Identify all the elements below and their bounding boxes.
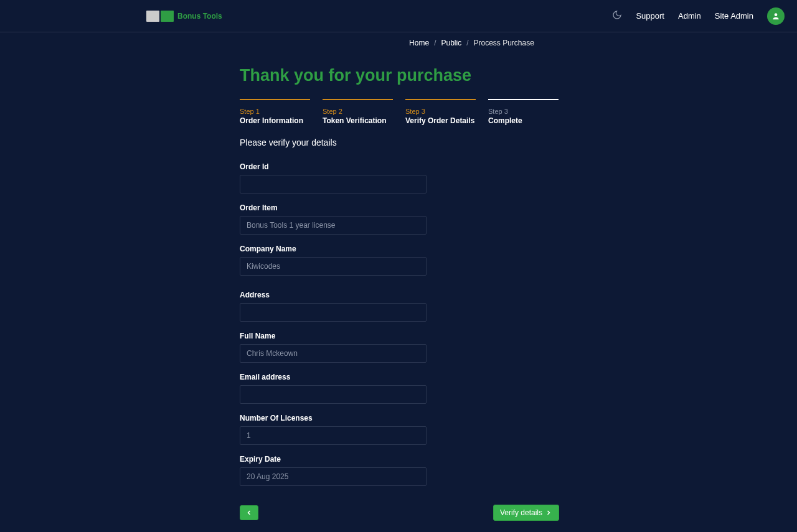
step-number: Step 3 xyxy=(405,108,476,115)
order-id-field[interactable] xyxy=(240,175,427,194)
order-form: Order Id Order Item Company Name Address… xyxy=(240,162,427,486)
full-name-label: Full Name xyxy=(240,332,427,340)
step-label: Token Verification xyxy=(323,116,393,125)
order-id-label: Order Id xyxy=(240,162,427,171)
address-label: Address xyxy=(240,291,427,299)
step-label: Order Information xyxy=(240,116,310,125)
back-button[interactable] xyxy=(240,505,258,520)
breadcrumb: Home / Public / Process Purchase xyxy=(263,32,534,54)
company-name-field[interactable] xyxy=(240,257,427,276)
verify-details-label: Verify details xyxy=(500,508,542,517)
licenses-field[interactable] xyxy=(240,426,427,445)
user-icon xyxy=(771,12,780,21)
email-label: Email address xyxy=(240,373,427,381)
expiry-label: Expiry Date xyxy=(240,455,427,464)
stepper: Step 1 Order Information Step 2 Token Ve… xyxy=(240,99,797,125)
brand-logo-icon xyxy=(146,11,174,22)
breadcrumb-separator: / xyxy=(434,39,436,47)
step-label: Verify Order Details xyxy=(405,116,476,125)
main-content: Thank you for your purchase Step 1 Order… xyxy=(0,54,797,532)
order-item-label: Order Item xyxy=(240,203,427,212)
expiry-field[interactable] xyxy=(240,467,427,486)
step-verify-order-details: Step 3 Verify Order Details xyxy=(405,99,476,125)
theme-toggle[interactable] xyxy=(612,10,622,22)
step-number: Step 2 xyxy=(323,108,393,115)
address-field[interactable] xyxy=(240,303,427,322)
order-item-field[interactable] xyxy=(240,216,427,235)
chevron-right-icon xyxy=(545,509,552,516)
instruction-text: Please verify your details xyxy=(240,138,797,147)
breadcrumb-separator: / xyxy=(466,39,468,47)
step-token-verification: Step 2 Token Verification xyxy=(323,99,393,125)
svg-point-0 xyxy=(775,13,778,16)
breadcrumb-current: Process Purchase xyxy=(474,39,534,47)
chevron-left-icon xyxy=(245,509,253,516)
step-complete: Step 3 Complete xyxy=(488,99,559,125)
step-label: Complete xyxy=(488,116,559,125)
step-order-information: Step 1 Order Information xyxy=(240,99,310,125)
breadcrumb-public[interactable]: Public xyxy=(441,39,461,47)
avatar[interactable] xyxy=(767,7,785,25)
step-number: Step 3 xyxy=(488,108,559,115)
page-title: Thank you for your purchase xyxy=(240,66,797,85)
breadcrumb-home[interactable]: Home xyxy=(409,39,429,47)
moon-icon xyxy=(612,10,622,20)
nav-support[interactable]: Support xyxy=(636,11,664,21)
brand-name: Bonus Tools xyxy=(177,12,222,21)
nav-admin[interactable]: Admin xyxy=(678,11,701,21)
email-field[interactable] xyxy=(240,385,427,404)
company-name-label: Company Name xyxy=(240,245,427,253)
step-number: Step 1 xyxy=(240,108,310,115)
verify-details-button[interactable]: Verify details xyxy=(493,505,559,521)
licenses-label: Number Of Licenses xyxy=(240,414,427,422)
nav-site-admin[interactable]: Site Admin xyxy=(715,11,753,21)
topbar: Bonus Tools Support Admin Site Admin xyxy=(0,0,797,32)
brand[interactable]: Bonus Tools xyxy=(146,11,222,22)
full-name-field[interactable] xyxy=(240,344,427,363)
